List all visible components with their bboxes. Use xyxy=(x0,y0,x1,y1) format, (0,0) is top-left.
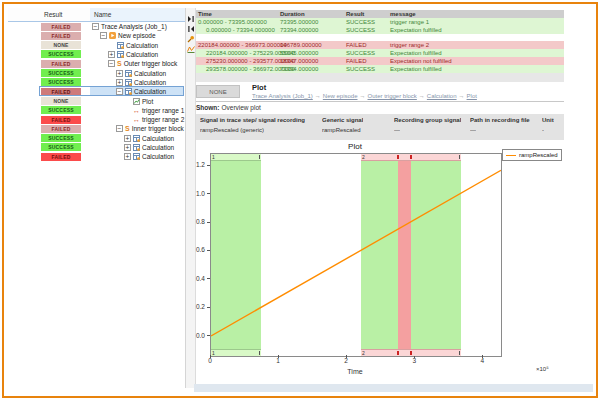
breadcrumb-link[interactable]: Trace Analysis (Job_1) xyxy=(252,93,313,99)
tree-name-cell[interactable]: −SOuter trigger block xyxy=(90,59,184,68)
signal-icon[interactable] xyxy=(186,39,195,48)
tree-name-cell[interactable]: +Calculation xyxy=(90,78,184,87)
col-header-time: Time xyxy=(196,10,280,18)
tree-row[interactable]: FAILED↔trigger range 2 xyxy=(8,115,185,124)
expander-minus-icon[interactable]: − xyxy=(92,23,99,30)
y-tick-mark xyxy=(207,307,210,308)
tree-name-cell[interactable]: ↔trigger range 1 xyxy=(90,106,184,115)
tree-row[interactable]: SUCCESS+Calculation xyxy=(8,78,185,87)
tree-row[interactable]: SUCCESS↔trigger range 1 xyxy=(8,106,185,115)
result-badge: SUCCESS xyxy=(41,78,81,86)
tree-name-cell[interactable]: −SInner trigger block xyxy=(90,124,184,133)
tree-name-cell[interactable]: Plot xyxy=(90,96,184,105)
shown-line: Shown:Overview plot xyxy=(196,104,261,111)
plot-axes: 1122 xyxy=(210,153,502,357)
pin-icon[interactable] xyxy=(186,29,195,38)
tree-item-label: Trace Analysis (Job_1) xyxy=(101,23,167,30)
tree-name-cell[interactable]: −Calculation xyxy=(90,87,184,96)
breadcrumb-separator: → xyxy=(459,93,465,99)
dock-left-icon[interactable] xyxy=(186,19,195,28)
calculation-icon xyxy=(117,51,124,58)
tree-name-cell[interactable]: ↔trigger range 2 xyxy=(90,115,184,124)
x-axis-multiplier: ×10⁵ xyxy=(536,366,549,372)
tree-name-cell[interactable]: −New episode xyxy=(90,31,184,40)
breadcrumb: Trace Analysis (Job_1)→New episode→Outer… xyxy=(252,93,477,99)
tree-name-cell[interactable]: +Calculation xyxy=(90,50,184,59)
expander-plus-icon[interactable]: + xyxy=(116,79,123,86)
result-badge: FAILED xyxy=(41,88,81,96)
tree-name-cell[interactable]: +Calculation xyxy=(90,143,184,152)
expander-minus-icon[interactable]: − xyxy=(116,125,123,132)
expander-plus-icon[interactable]: + xyxy=(108,51,115,58)
tree-name-cell[interactable]: +Calculation xyxy=(90,152,184,161)
result-badge: FAILED xyxy=(41,153,81,161)
breadcrumb-link[interactable]: New episode xyxy=(323,93,358,99)
x-tick-label: 4 xyxy=(480,357,484,364)
y-tick-mark xyxy=(207,193,210,194)
tree-row[interactable]: NONECalculation xyxy=(8,41,185,50)
expander-plus-icon[interactable]: + xyxy=(124,135,131,142)
tree-row[interactable]: FAILED−SOuter trigger block xyxy=(8,59,185,68)
expander-plus-icon[interactable]: + xyxy=(124,153,131,160)
expander-plus-icon[interactable]: + xyxy=(116,70,123,77)
tree-row[interactable]: FAILED−SInner trigger block xyxy=(8,124,185,133)
x-axis-label: Time xyxy=(210,368,500,375)
tree-name-cell[interactable]: −Trace Analysis (Job_1) xyxy=(90,22,184,31)
result-badge: FAILED xyxy=(41,125,81,133)
tree-row[interactable]: SUCCESS+Calculation xyxy=(8,143,185,152)
signal-line-layer xyxy=(211,154,501,356)
tree-item-label: Calculation xyxy=(126,51,158,58)
tree-row[interactable]: FAILED−Calculation xyxy=(8,87,185,96)
tree-item-label: Calculation xyxy=(126,42,158,49)
shown-value: Overview plot xyxy=(221,104,260,111)
breadcrumb-link[interactable]: Calculation xyxy=(427,93,457,99)
y-tick-mark xyxy=(207,278,210,279)
result-badge: FAILED xyxy=(41,23,81,31)
expander-minus-icon[interactable]: − xyxy=(116,88,123,95)
cell-time: 0.000000 - 73395.000000 xyxy=(196,18,280,26)
tree-name-cell[interactable]: +Calculation xyxy=(90,69,184,78)
cell-time: 220184.000000 - 275229.000000 xyxy=(196,49,280,57)
result-row[interactable]: 0.000000 - 73394.00000073394.000000SUCCE… xyxy=(196,26,564,34)
tree-row[interactable]: FAILED+Calculation xyxy=(8,152,185,161)
cell-message: Expectation fulfilled xyxy=(390,65,564,73)
signal-col-header: Generic signal xyxy=(322,117,363,123)
tree-name-cell[interactable]: Calculation xyxy=(90,41,184,50)
cell-message: trigger range 1 xyxy=(390,18,564,26)
dock-right-icon[interactable] xyxy=(186,9,195,18)
tree-row[interactable]: FAILED−New episode xyxy=(8,31,185,40)
tree-item-label: Calculation xyxy=(142,135,174,142)
tree-row[interactable]: FAILED−Trace Analysis (Job_1) xyxy=(8,22,185,31)
tree-row[interactable]: SUCCESS+Calculation xyxy=(8,134,185,143)
expander-minus-icon[interactable]: − xyxy=(100,32,107,39)
tree-row[interactable]: SUCCESS+Calculation xyxy=(8,69,185,78)
expander-plus-icon[interactable]: + xyxy=(124,144,131,151)
y-tick-mark xyxy=(207,165,210,166)
tree-header: Result Name xyxy=(8,8,185,22)
expander-minus-icon[interactable]: − xyxy=(108,60,115,67)
tab-none[interactable]: NONE xyxy=(196,85,240,98)
tree-item-label: Calculation xyxy=(134,88,166,95)
signal-col-header: Signal in trace step/ signal recording xyxy=(200,117,305,123)
result-row[interactable]: 220184.000000 - 366973.000000146789.0000… xyxy=(196,41,564,49)
result-row[interactable]: 0.000000 - 73395.00000073395.000000SUCCE… xyxy=(196,18,564,26)
result-row[interactable]: 220184.000000 - 275229.00000055045.00000… xyxy=(196,49,564,57)
result-badge: FAILED xyxy=(41,60,81,68)
signal-col-header: Path in recording file xyxy=(470,117,530,123)
tree-row[interactable]: NONEPlot xyxy=(8,96,185,105)
tree-col-result: Result xyxy=(44,11,62,18)
result-row[interactable]: 275230.000000 - 293577.00000018347.00000… xyxy=(196,57,564,65)
tree-name-cell[interactable]: +Calculation xyxy=(90,134,184,143)
breadcrumb-link[interactable]: Outer trigger block xyxy=(368,93,417,99)
result-table: TimeDurationResultmessage 0.000000 - 733… xyxy=(196,10,564,82)
result-row[interactable]: 293578.000000 - 366972.00000073394.00000… xyxy=(196,65,564,73)
row-gap xyxy=(196,34,564,41)
tree-col-name: Name xyxy=(90,8,185,21)
plot-legend: rampRescaled xyxy=(502,149,562,161)
breadcrumb-link[interactable]: Plot xyxy=(467,93,477,99)
cell-duration: 146789.000000 xyxy=(280,41,346,49)
detail-title: Plot xyxy=(252,83,266,92)
trigger-block-icon: S xyxy=(117,60,122,67)
tree-row[interactable]: SUCCESS+Calculation xyxy=(8,50,185,59)
calculation-icon xyxy=(125,79,132,86)
